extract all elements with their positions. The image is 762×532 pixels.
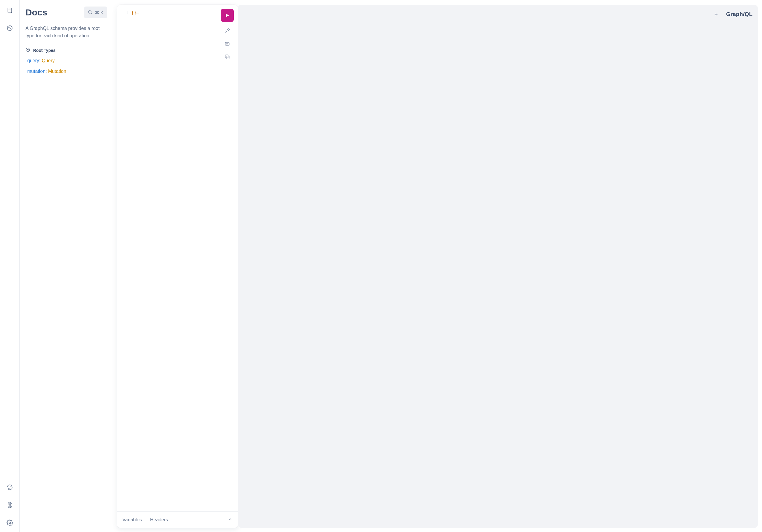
docs-panel: Docs ⌘ K A GraphQL schema provides a roo…	[20, 0, 113, 532]
svg-rect-0	[8, 8, 12, 13]
svg-point-1	[9, 522, 11, 524]
chevron-up-icon[interactable]	[228, 517, 233, 523]
root-type-name[interactable]: Mutation	[48, 69, 66, 74]
logo-suffix: QL	[744, 11, 752, 17]
query-editor-card: 1 {} Variables He	[117, 5, 238, 528]
svg-rect-5	[226, 56, 229, 59]
code-content: {}	[131, 10, 137, 15]
graphiql-logo: GraphiQL	[726, 11, 752, 18]
sidebar-rail	[0, 0, 20, 532]
add-tab-button[interactable]	[713, 11, 720, 18]
search-button[interactable]: ⌘ K	[84, 7, 107, 18]
logo-prefix: Graph	[726, 11, 743, 17]
editor-code[interactable]: {}	[131, 10, 139, 511]
root-type-key[interactable]: mutation	[27, 69, 45, 74]
headers-tab[interactable]: Headers	[150, 517, 168, 522]
settings-icon[interactable]	[5, 518, 15, 528]
root-type-query: query: Query	[27, 58, 107, 63]
pulse-icon	[26, 47, 30, 53]
variables-tab[interactable]: Variables	[122, 517, 142, 522]
docs-icon[interactable]	[5, 5, 15, 15]
main-area: 1 {} Variables He	[113, 0, 762, 532]
docs-description: A GraphQL schema provides a root type fo…	[26, 25, 107, 40]
prettify-icon[interactable]	[223, 27, 231, 35]
root-type-mutation: mutation: Mutation	[27, 69, 107, 74]
editor-footer: Variables Headers	[117, 511, 238, 528]
svg-point-2	[88, 10, 91, 13]
root-type-name[interactable]: Query	[42, 58, 55, 63]
merge-icon[interactable]	[223, 40, 231, 48]
line-number: 1	[117, 10, 128, 15]
svg-rect-6	[225, 55, 228, 58]
query-editor[interactable]: 1 {}	[117, 5, 238, 511]
copy-icon[interactable]	[223, 53, 231, 61]
response-panel: GraphiQL	[238, 5, 758, 528]
root-types-header: Root Types	[26, 47, 107, 53]
history-icon[interactable]	[5, 23, 15, 33]
editor-cursor	[136, 14, 139, 14]
docs-title: Docs	[26, 7, 47, 18]
root-types-label: Root Types	[33, 48, 55, 53]
refresh-icon[interactable]	[5, 482, 15, 492]
search-shortcut-label: ⌘ K	[95, 10, 104, 15]
editor-toolbar	[221, 9, 234, 61]
execute-button[interactable]	[221, 9, 234, 22]
keyboard-shortcuts-icon[interactable]	[5, 500, 15, 510]
root-type-key[interactable]: query	[27, 58, 39, 63]
search-icon	[88, 10, 93, 15]
editor-gutter: 1	[117, 10, 131, 511]
